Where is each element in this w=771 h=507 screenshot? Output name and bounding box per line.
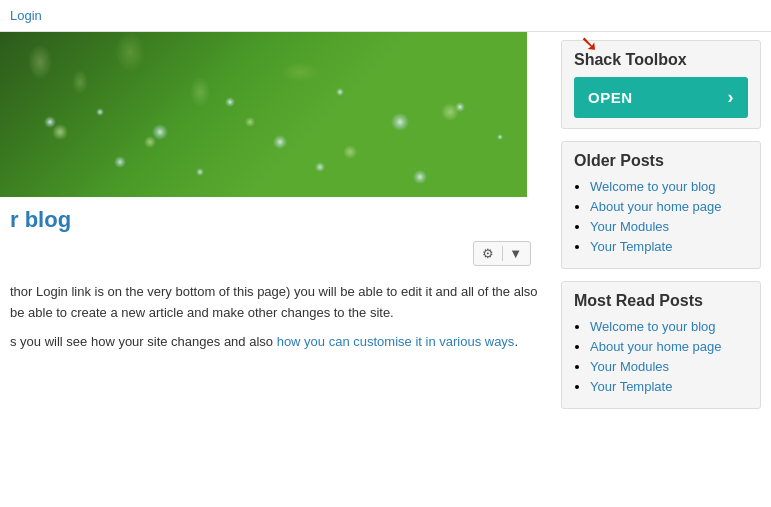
older-post-link-2[interactable]: About your home page (590, 199, 722, 214)
dropdown-arrow-icon: ▼ (502, 246, 522, 261)
arrow-indicator-icon: ➘ (580, 33, 598, 55)
most-read-posts-list: Welcome to your blog About your home pag… (574, 318, 748, 394)
list-item: Welcome to your blog (590, 178, 748, 194)
list-item: About your home page (590, 198, 748, 214)
list-item: Your Modules (590, 358, 748, 374)
most-read-posts-title: Most Read Posts (574, 292, 748, 310)
hero-image (0, 32, 527, 197)
shack-toolbox-title: Shack Toolbox (574, 51, 748, 69)
shack-toolbox-widget: ➘ Shack Toolbox OPEN › (561, 40, 761, 129)
post-paragraph-1: thor Login link is on the very bottom of… (10, 282, 541, 324)
list-item: Your Template (590, 378, 748, 394)
older-post-link-4[interactable]: Your Template (590, 239, 672, 254)
most-read-posts-widget: Most Read Posts Welcome to your blog Abo… (561, 281, 761, 409)
chevron-right-icon: › (728, 87, 735, 108)
older-post-link-3[interactable]: Your Modules (590, 219, 669, 234)
list-item: Your Modules (590, 218, 748, 234)
most-read-link-2[interactable]: About your home page (590, 339, 722, 354)
gear-row: ⚙ ▼ (0, 241, 551, 274)
most-read-link-3[interactable]: Your Modules (590, 359, 669, 374)
login-link[interactable]: Login (10, 8, 42, 23)
open-label: OPEN (588, 89, 633, 106)
top-bar: Login (0, 0, 771, 32)
main-layout: r blog ⚙ ▼ thor Login link is on the ver… (0, 32, 771, 429)
post-title: r blog (0, 197, 551, 241)
sidebar: ➘ Shack Toolbox OPEN › Older Posts Welco… (551, 32, 771, 429)
post-body: thor Login link is on the very bottom of… (0, 282, 551, 352)
older-posts-title: Older Posts (574, 152, 748, 170)
content-area: r blog ⚙ ▼ thor Login link is on the ver… (0, 32, 551, 429)
gear-button[interactable]: ⚙ ▼ (473, 241, 531, 266)
most-read-link-1[interactable]: Welcome to your blog (590, 319, 716, 334)
most-read-link-4[interactable]: Your Template (590, 379, 672, 394)
list-item: Your Template (590, 238, 748, 254)
gear-icon: ⚙ (482, 246, 494, 261)
older-posts-list: Welcome to your blog About your home pag… (574, 178, 748, 254)
post-paragraph-2: s you will see how your site changes and… (10, 332, 541, 353)
list-item: Welcome to your blog (590, 318, 748, 334)
list-item: About your home page (590, 338, 748, 354)
open-button[interactable]: OPEN › (574, 77, 748, 118)
customise-link[interactable]: how you can customise it in various ways (277, 334, 515, 349)
older-posts-widget: Older Posts Welcome to your blog About y… (561, 141, 761, 269)
older-post-link-1[interactable]: Welcome to your blog (590, 179, 716, 194)
